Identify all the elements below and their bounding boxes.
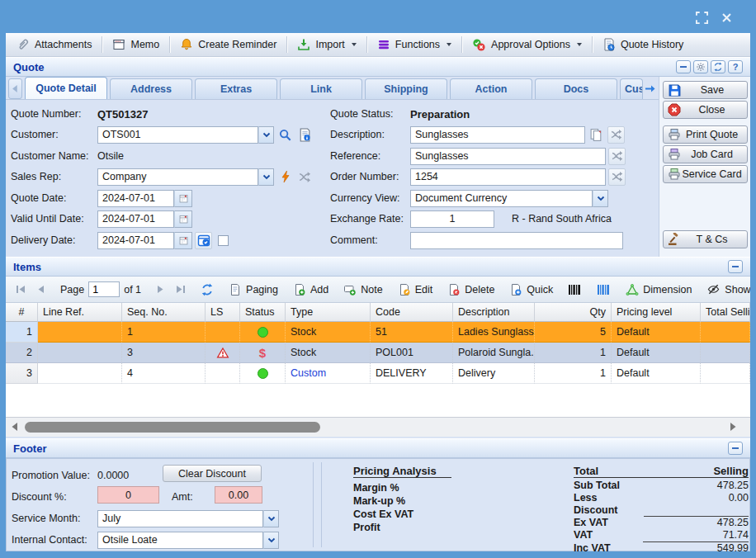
table-row[interactable]: 3 4 Custom DELIVERY Delivery 1 Default <box>6 363 750 384</box>
service-card-button[interactable]: Service Card <box>663 165 748 183</box>
tab-cus[interactable]: Cus <box>620 78 643 99</box>
note-button[interactable]: Note <box>338 283 387 296</box>
edit-line-button[interactable]: Edit <box>393 283 438 296</box>
memo-button[interactable]: Memo <box>105 35 167 55</box>
internal-contact-select[interactable]: Otsile Loate <box>97 532 263 549</box>
col-code[interactable]: Code <box>371 303 453 322</box>
quote-date-input[interactable]: 2024-07-01 <box>97 190 174 207</box>
clear-discount-button[interactable]: Clear Discount <box>163 465 262 482</box>
pager-last-button[interactable] <box>170 285 191 294</box>
customer-info-icon[interactable] <box>296 126 314 144</box>
help-icon[interactable]: ? <box>728 60 743 73</box>
quick-button[interactable]: Quick <box>504 283 558 296</box>
valid-until-input[interactable]: 2024-07-01 <box>97 210 174 228</box>
minimize-footer-icon[interactable] <box>728 442 743 455</box>
print-quote-button[interactable]: Print Quote <box>663 125 748 144</box>
close-button[interactable]: Close <box>663 101 748 119</box>
description-shuffle-icon[interactable] <box>607 126 625 144</box>
reference-shuffle-icon[interactable] <box>608 148 626 165</box>
delete-line-button[interactable]: Delete <box>442 283 499 296</box>
functions-button[interactable]: Functions <box>370 35 459 55</box>
order-number-shuffle-icon[interactable] <box>608 168 626 186</box>
quote-history-button[interactable]: Quote History <box>595 35 691 55</box>
currency-view-select[interactable]: Document Currency <box>410 190 593 207</box>
toolbar-separator <box>286 36 287 53</box>
settings-gear-icon[interactable] <box>693 60 708 73</box>
col-pricing-level[interactable]: Pricing level <box>612 303 701 322</box>
comment-input[interactable] <box>410 232 623 249</box>
currency-view-dropdown-button[interactable] <box>593 190 608 207</box>
tab-address[interactable]: Address <box>110 78 192 99</box>
barcode-blue-button[interactable] <box>592 284 616 296</box>
delivery-date-input[interactable]: 2024-07-01 <box>97 232 174 249</box>
import-button[interactable]: Import <box>290 35 363 55</box>
reference-input[interactable]: Sunglasses <box>410 148 606 165</box>
tab-link[interactable]: Link <box>280 78 362 99</box>
col-line-ref[interactable]: Line Ref. <box>38 303 122 322</box>
refresh-grid-button[interactable] <box>196 283 219 296</box>
scrollbar-thumb[interactable] <box>25 422 320 433</box>
dimension-button[interactable]: Dimension <box>621 283 697 296</box>
description-input[interactable]: Sunglasses <box>410 126 585 144</box>
delivery-date-checkbox[interactable] <box>218 235 229 246</box>
tab-action[interactable]: Action <box>450 78 532 99</box>
close-window-icon[interactable] <box>718 10 735 25</box>
service-month-dropdown-button[interactable] <box>263 510 279 527</box>
table-row[interactable]: 1 1 Stock 51 Ladies Sunglass 5 Default <box>6 322 750 343</box>
col-description[interactable]: Description <box>453 303 535 322</box>
col-type[interactable]: Type <box>286 303 371 322</box>
approval-options-button[interactable]: Approval Options <box>465 35 589 55</box>
paging-button[interactable]: Paging <box>224 283 283 296</box>
service-month-select[interactable]: July <box>97 510 263 527</box>
delivery-date-picker-button[interactable] <box>174 232 192 249</box>
tab-quote-detail[interactable]: Quote Detail <box>25 77 107 99</box>
tab-shipping[interactable]: Shipping <box>365 78 447 99</box>
exchange-rate-input[interactable]: 1 <box>410 210 494 228</box>
tab-docs[interactable]: Docs <box>535 78 617 99</box>
internal-contact-dropdown-button[interactable] <box>263 532 279 549</box>
scroll-right-arrow[interactable] <box>727 421 739 433</box>
create-reminder-button[interactable]: Create Reminder <box>172 35 284 55</box>
col-total-selling[interactable]: Total Sellin <box>701 303 750 322</box>
customer-search-icon[interactable] <box>276 126 294 144</box>
pager-next-button[interactable] <box>151 285 170 294</box>
quote-date-picker-button[interactable] <box>174 190 192 207</box>
maximize-icon[interactable] <box>693 10 710 25</box>
minimize-section-icon[interactable] <box>676 60 691 73</box>
refresh-section-icon[interactable] <box>711 60 725 73</box>
discount-amount-input[interactable]: 0.00 <box>215 486 262 504</box>
tab-scroll-left[interactable] <box>8 78 22 99</box>
attachments-button[interactable]: Attachments <box>9 35 99 55</box>
discount-input[interactable]: 0 <box>97 486 159 504</box>
add-line-button[interactable]: Add <box>288 283 333 296</box>
scroll-left-arrow[interactable] <box>9 421 21 433</box>
table-row[interactable]: 2 3 $ Stock POL001 Polaroid Sungla... 1 … <box>6 343 750 363</box>
pager-first-button[interactable] <box>11 285 31 294</box>
col-qty[interactable]: Qty <box>535 303 612 322</box>
col-ls[interactable]: LS <box>206 303 240 322</box>
valid-until-picker-button[interactable] <box>174 210 192 228</box>
col-seq-no[interactable]: Seq. No. <box>122 303 206 322</box>
save-button[interactable]: Save <box>663 81 748 99</box>
minimize-items-icon[interactable] <box>728 260 743 273</box>
tab-extras[interactable]: Extras <box>195 78 277 99</box>
description-copy-icon[interactable] <box>588 126 605 144</box>
tcs-button[interactable]: T & Cs <box>663 230 748 248</box>
tab-scroll-right[interactable] <box>643 78 657 99</box>
sales-rep-shuffle-icon[interactable] <box>296 168 314 186</box>
barcode-black-button[interactable] <box>563 284 587 296</box>
job-card-button[interactable]: Job Card <box>663 145 748 163</box>
sales-rep-dropdown-button[interactable] <box>258 168 274 186</box>
lightning-icon[interactable] <box>276 168 294 186</box>
show-hide-button[interactable]: Show/Hide <box>702 283 750 296</box>
delivery-calendar-check-icon[interactable] <box>195 232 212 249</box>
col-status[interactable]: Status <box>240 303 286 322</box>
order-number-input[interactable]: 1254 <box>410 168 606 186</box>
tab-label: Cus <box>625 83 643 95</box>
col-num[interactable]: # <box>6 303 38 322</box>
page-input[interactable] <box>88 281 120 297</box>
pager-prev-button[interactable] <box>31 285 50 294</box>
customer-dropdown-button[interactable] <box>258 126 274 144</box>
customer-input[interactable]: OTS001 <box>97 126 258 144</box>
sales-rep-select[interactable]: Company <box>97 168 258 186</box>
